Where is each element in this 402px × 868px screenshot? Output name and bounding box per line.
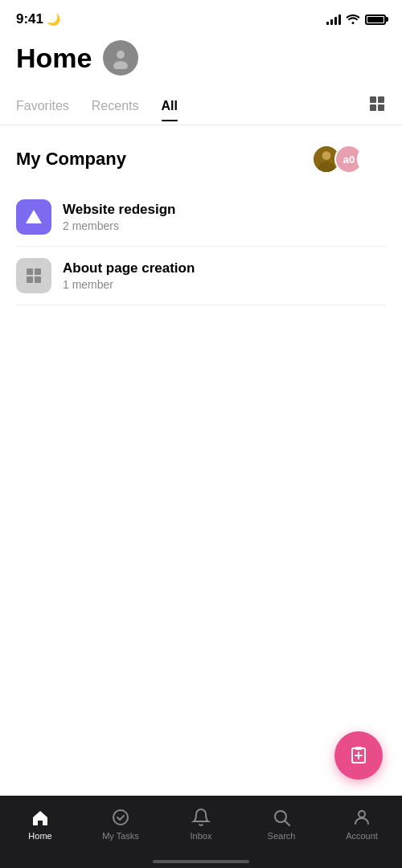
svg-rect-4 xyxy=(370,104,376,111)
svg-point-7 xyxy=(322,151,331,160)
nav-my-tasks[interactable]: My Tasks xyxy=(80,804,161,841)
check-circle-icon xyxy=(110,807,131,828)
project-title: About page creation xyxy=(63,260,195,276)
tab-favorites[interactable]: Favorites xyxy=(16,99,69,121)
tab-all[interactable]: All xyxy=(162,99,178,121)
svg-point-20 xyxy=(359,811,365,817)
company-avatars: a0 + xyxy=(312,145,386,174)
svg-rect-5 xyxy=(378,104,384,111)
create-task-fab[interactable] xyxy=(334,731,383,780)
svg-rect-12 xyxy=(35,276,41,283)
header: Home xyxy=(0,32,402,76)
main-content: My Company a0 + We xyxy=(0,125,402,305)
status-time: 9:41 xyxy=(16,11,43,27)
avatar[interactable] xyxy=(103,40,138,76)
svg-rect-9 xyxy=(27,268,33,275)
company-name: My Company xyxy=(16,149,126,170)
nav-inbox[interactable]: Inbox xyxy=(161,804,241,841)
bell-icon xyxy=(191,807,211,828)
bottom-nav: Home My Tasks Inbox Search xyxy=(0,796,402,868)
moon-icon: 🌙 xyxy=(47,13,60,26)
nav-inbox-label: Inbox xyxy=(191,831,212,841)
tab-recents[interactable]: Recents xyxy=(92,99,139,121)
person-icon xyxy=(351,807,372,828)
project-meta: 1 member xyxy=(63,278,195,291)
nav-search[interactable]: Search xyxy=(241,804,322,841)
wifi-icon xyxy=(346,13,360,27)
project-icon-gray xyxy=(16,258,51,293)
svg-point-17 xyxy=(113,810,128,825)
nav-home[interactable]: Home xyxy=(0,804,80,841)
project-title: Website redesign xyxy=(63,202,175,218)
svg-rect-10 xyxy=(35,268,41,275)
project-meta: 2 members xyxy=(63,219,175,232)
nav-account[interactable]: Account xyxy=(322,804,402,841)
home-indicator xyxy=(153,860,249,863)
project-item[interactable]: About page creation 1 member xyxy=(16,247,386,305)
svg-rect-2 xyxy=(370,96,376,103)
project-info: About page creation 1 member xyxy=(63,260,195,291)
nav-search-label: Search xyxy=(268,831,296,841)
company-header: My Company a0 + xyxy=(16,145,386,174)
section-tabs: Favorites Recents All xyxy=(0,82,402,125)
status-icons xyxy=(326,13,386,27)
page-title: Home xyxy=(16,43,92,74)
svg-rect-14 xyxy=(355,747,362,750)
nav-my-tasks-label: My Tasks xyxy=(102,831,139,841)
svg-point-0 xyxy=(117,51,125,59)
grid-toggle-icon[interactable] xyxy=(368,95,386,125)
nav-account-label: Account xyxy=(346,831,378,841)
signal-icon xyxy=(326,14,341,25)
avatar-add[interactable]: + xyxy=(357,145,386,174)
home-icon xyxy=(30,807,51,828)
search-icon xyxy=(271,807,292,828)
battery-icon xyxy=(365,14,386,25)
project-icon-purple xyxy=(16,199,51,235)
project-item[interactable]: Website redesign 2 members xyxy=(16,188,386,247)
nav-home-label: Home xyxy=(28,831,51,841)
svg-rect-11 xyxy=(27,276,33,283)
svg-rect-3 xyxy=(378,96,384,103)
svg-point-1 xyxy=(113,61,128,69)
project-info: Website redesign 2 members xyxy=(63,202,175,232)
svg-point-8 xyxy=(318,162,334,174)
status-bar: 9:41 🌙 xyxy=(0,0,402,32)
svg-line-19 xyxy=(285,821,290,826)
